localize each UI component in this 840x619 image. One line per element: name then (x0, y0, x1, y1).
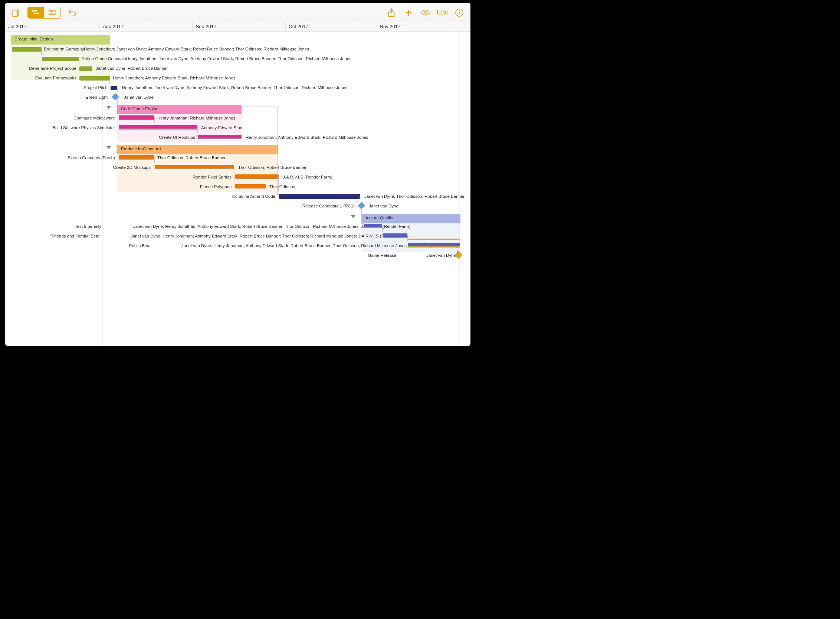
svg-rect-5 (53, 10, 55, 12)
dependency-lines (5, 32, 471, 269)
undo-icon[interactable] (66, 7, 78, 19)
month-col: Jul 2017 (5, 22, 100, 31)
month-col: Nov 2017 (377, 22, 454, 31)
add-icon[interactable] (402, 7, 414, 19)
app-window: Edit Jul 2017 Aug 2017 Sep 2017 Oct 2017… (5, 3, 471, 346)
list-view-button[interactable] (44, 7, 60, 18)
svg-rect-4 (49, 10, 52, 12)
view-toggle[interactable] (27, 7, 61, 19)
svg-rect-3 (34, 13, 39, 14)
month-col: Aug 2017 (100, 22, 193, 31)
documents-icon[interactable] (10, 7, 22, 19)
svg-rect-6 (49, 13, 52, 15)
svg-rect-2 (32, 10, 37, 12)
month-col: Oct 2017 (286, 22, 377, 31)
svg-rect-1 (13, 10, 18, 16)
gantt-chart[interactable]: Create Initial Design Brainstorm Gamepla… (5, 32, 471, 346)
gantt-view-button[interactable] (28, 7, 44, 18)
edit-button[interactable]: Edit (437, 9, 448, 16)
svg-point-9 (424, 11, 427, 14)
share-icon[interactable] (386, 7, 398, 19)
inspector-icon[interactable] (453, 7, 465, 19)
month-col-end (454, 22, 471, 31)
month-col: Sep 2017 (193, 22, 285, 31)
toolbar: Edit (5, 3, 471, 22)
view-options-icon[interactable] (420, 7, 432, 19)
svg-rect-7 (53, 13, 55, 15)
timeline-header: Jul 2017 Aug 2017 Sep 2017 Oct 2017 Nov … (5, 22, 471, 32)
svg-point-11 (459, 10, 460, 11)
